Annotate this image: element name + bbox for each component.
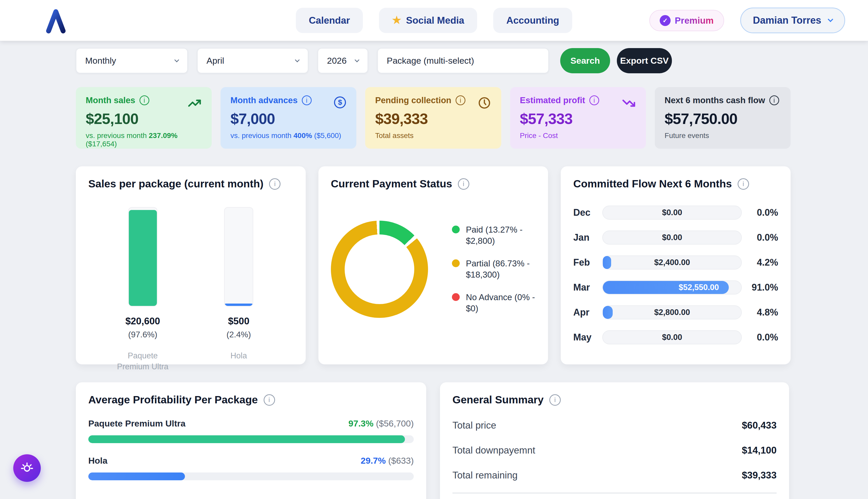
flow-percent: 4.2%	[751, 257, 778, 268]
star-icon	[392, 15, 401, 26]
flow-row-dec: Dec $0.00 0.0%	[573, 206, 778, 220]
charts-row: Sales per package (current month) $20,60…	[76, 166, 791, 364]
profitability-bar-fill	[88, 435, 405, 443]
info-icon[interactable]	[769, 95, 779, 105]
info-icon[interactable]	[589, 95, 599, 105]
tab-calendar[interactable]: Calendar	[296, 8, 363, 33]
month-select[interactable]: April	[197, 48, 308, 73]
legend-dot	[452, 226, 460, 233]
info-icon[interactable]	[264, 394, 275, 406]
legend-item-no-advance: No Advance (0% - $0)	[452, 292, 536, 314]
bar-track	[128, 207, 158, 306]
tab-accounting-label: Accounting	[506, 15, 559, 26]
bar-percent: (2.4%)	[226, 330, 251, 339]
committed-flow-chart: Dec $0.00 0.0% Jan $0.00 0.0% Feb	[573, 206, 778, 344]
kpi-cards: Month sales $25,100 vs. previous month 2…	[76, 87, 791, 149]
legend-dot	[452, 293, 460, 301]
search-button[interactable]: Search	[560, 48, 610, 73]
flow-percent: 91.0%	[751, 282, 778, 293]
info-icon[interactable]	[458, 178, 469, 190]
flow-row-mar: Mar $52,550.00 91.0%	[573, 280, 778, 294]
chevron-down-icon	[354, 58, 359, 62]
tab-accounting[interactable]: Accounting	[493, 8, 572, 33]
app-logo-icon[interactable]	[43, 8, 69, 34]
flow-bar-track: $2,800.00	[602, 305, 742, 319]
kpi-value: $57,750.00	[665, 110, 781, 127]
kpi-value: $25,100	[86, 110, 202, 127]
flow-row-apr: Apr $2,800.00 4.8%	[573, 305, 778, 319]
info-icon[interactable]	[738, 178, 749, 190]
period-select[interactable]: Monthly	[76, 48, 188, 73]
info-icon[interactable]	[139, 95, 149, 105]
month-label: Mar	[573, 282, 602, 293]
payment-status-chart: Paid (13.27% - $2,800) Partial (86.73% -…	[331, 221, 536, 318]
info-icon[interactable]	[455, 95, 465, 105]
kpi-subtext: Price - Cost	[520, 132, 636, 140]
panel-title: General Summary	[452, 394, 544, 406]
info-icon[interactable]	[302, 95, 312, 105]
flow-bar-track: $52,550.00	[602, 280, 742, 294]
profitability-bar-track	[88, 473, 414, 480]
avg-profitability-panel: Average Profitability Per Package Paquet…	[76, 382, 426, 499]
kpi-title: Estimated profit	[520, 95, 585, 105]
month-label: Jan	[573, 232, 602, 243]
assistant-fab-button[interactable]	[13, 454, 41, 482]
donut-hole	[345, 234, 414, 304]
bar-fill	[129, 210, 157, 306]
flow-bar-track: $2,400.00	[602, 255, 742, 269]
kpi-month-sales: Month sales $25,100 vs. previous month 2…	[76, 87, 212, 149]
bar-fill	[225, 304, 253, 306]
flow-percent: 4.8%	[751, 307, 778, 318]
flow-bar-value: $52,550.00	[679, 283, 729, 292]
kpi-title: Pending collection	[375, 95, 451, 105]
sales-bar-chart: $20,600 (97.6%) Paquete Premium Ultra $5…	[88, 207, 293, 372]
committed-flow-panel: Committed Flow Next 6 Months Dec $0.00 0…	[561, 166, 791, 364]
info-icon[interactable]	[269, 178, 280, 190]
chevron-down-icon	[295, 58, 300, 62]
profitability-bar-fill	[88, 473, 185, 480]
bar-value: $500	[228, 316, 249, 327]
general-summary-panel: General Summary Total price $60,433 Tota…	[440, 382, 789, 499]
trending-down-icon	[622, 96, 636, 110]
month-label: May	[573, 332, 602, 343]
flow-bar-value: $0.00	[603, 331, 741, 344]
month-label: Dec	[573, 207, 602, 218]
legend-item-partial: Partial (86.73% - $18,300)	[452, 258, 536, 280]
export-csv-button[interactable]: Export CSV	[617, 48, 672, 73]
package-multiselect[interactable]: Package (multi-select)	[377, 48, 549, 73]
check-circle-icon	[660, 15, 671, 26]
kpi-value: $57,333	[520, 110, 636, 127]
panel-title: Average Profitability Per Package	[88, 394, 258, 406]
flow-percent: 0.0%	[751, 207, 778, 218]
user-menu-button[interactable]: Damian Torres	[740, 8, 845, 33]
period-select-value: Monthly	[85, 56, 116, 66]
package-name: Paquete Premium Ultra	[88, 418, 186, 428]
year-select[interactable]: 2026	[318, 48, 368, 73]
flow-bar-track: $0.00	[602, 206, 742, 220]
donut-chart	[331, 221, 428, 318]
trending-up-icon	[188, 96, 201, 110]
bar-percent: (97.6%)	[128, 330, 158, 339]
nav-tabs: Calendar Social Media Accounting	[296, 8, 572, 33]
user-name: Damian Torres	[753, 15, 821, 26]
kpi-title: Month advances	[230, 95, 298, 105]
tab-social-media[interactable]: Social Media	[379, 8, 477, 33]
flow-row-jan: Jan $0.00 0.0%	[573, 231, 778, 245]
info-icon[interactable]	[549, 394, 561, 406]
bar-value: $20,600	[125, 316, 160, 327]
flow-bar-value: $0.00	[603, 206, 741, 219]
donut-legend: Paid (13.27% - $2,800) Partial (86.73% -…	[452, 224, 536, 314]
flow-percent: 0.0%	[751, 232, 778, 243]
payment-status-panel: Current Payment Status Paid (13.27% - $2…	[318, 166, 548, 364]
chevron-down-icon	[174, 58, 179, 62]
kpi-value: $39,333	[375, 110, 491, 127]
kpi-month-advances: Month advances $7,000 vs. previous month…	[221, 87, 356, 149]
panel-title: Current Payment Status	[331, 178, 452, 190]
nav-right: Premium Damian Torres	[649, 8, 845, 33]
legend-label: Partial (86.73% - $18,300)	[466, 258, 536, 280]
kpi-pending-collection: Pending collection $39,333 Total assets	[365, 87, 501, 149]
flow-bar-track: $0.00	[602, 330, 742, 344]
tab-social-media-label: Social Media	[406, 15, 464, 26]
kpi-subtext: Total assets	[375, 132, 491, 140]
bottom-row: Average Profitability Per Package Paquet…	[76, 382, 789, 499]
